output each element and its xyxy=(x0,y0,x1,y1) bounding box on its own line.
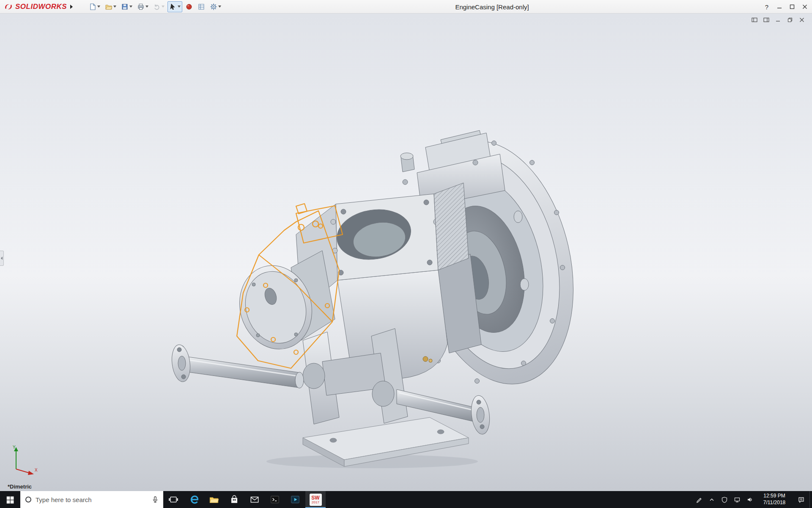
chevron-up-icon xyxy=(708,496,715,503)
action-center-button[interactable] xyxy=(793,491,809,508)
dropdown-caret-icon xyxy=(97,6,100,8)
new-document-button[interactable] xyxy=(87,1,102,12)
close-button[interactable] xyxy=(798,0,811,13)
notification-icon xyxy=(798,496,805,503)
store-button[interactable] xyxy=(224,491,244,508)
chevron-right-icon xyxy=(70,4,73,9)
taskbar-clock[interactable]: 12:59 PM 7/11/2018 xyxy=(756,491,793,508)
doc-restore-button[interactable] xyxy=(786,16,794,23)
dock-pane-button[interactable] xyxy=(750,16,759,23)
system-tray: 12:59 PM 7/11/2018 xyxy=(693,491,812,508)
edge-button[interactable] xyxy=(184,491,204,508)
windows-logo-icon xyxy=(5,495,15,504)
titlebar: SOLIDWORKS xyxy=(0,0,812,14)
terminal-icon xyxy=(269,494,280,505)
network-button[interactable] xyxy=(731,491,743,508)
dropdown-caret-icon xyxy=(113,6,116,8)
chevron-left-icon xyxy=(1,257,3,260)
restore-icon xyxy=(787,17,793,22)
print-icon xyxy=(137,3,145,11)
cursor-icon xyxy=(169,3,177,11)
dropdown-caret-icon xyxy=(145,6,148,8)
close-icon xyxy=(799,17,804,22)
gear-icon xyxy=(210,3,217,11)
options-button[interactable] xyxy=(208,1,223,12)
shield-icon xyxy=(721,496,728,503)
pen-icon xyxy=(696,496,702,503)
store-icon xyxy=(229,494,240,505)
dropdown-caret-icon xyxy=(218,6,221,8)
mail-icon xyxy=(249,494,260,505)
triad-x-label: X xyxy=(35,468,38,472)
search-icon xyxy=(25,497,31,502)
display-list-icon xyxy=(198,3,205,11)
save-button[interactable] xyxy=(119,1,134,12)
menu-expand-button[interactable] xyxy=(67,1,76,12)
solidworks-icon-year: 2017 xyxy=(312,501,319,504)
solidworks-app-icon: SW 2017 xyxy=(310,494,322,506)
volume-icon xyxy=(746,496,753,503)
new-document-icon xyxy=(89,3,96,11)
open-folder-icon xyxy=(105,3,112,11)
dropdown-caret-icon xyxy=(129,6,132,8)
search-input[interactable] xyxy=(36,496,147,503)
windows-taskbar: SW 2017 xyxy=(0,491,812,508)
microphone-icon[interactable] xyxy=(151,495,159,504)
pane-icon xyxy=(763,17,769,22)
doc-minimize-button[interactable] xyxy=(774,16,782,23)
panel-expand-tab[interactable] xyxy=(0,251,4,266)
minimize-button[interactable] xyxy=(773,0,786,13)
edge-icon xyxy=(188,494,199,505)
clock-date: 7/11/2018 xyxy=(763,500,786,506)
windows-ink-button[interactable] xyxy=(693,491,705,508)
solidworks-icon-letters: SW xyxy=(311,495,319,500)
undo-icon xyxy=(153,3,161,11)
file-explorer-button[interactable] xyxy=(204,491,224,508)
orientation-triad: Y X xyxy=(9,444,40,478)
dock-pane-icon xyxy=(752,17,757,22)
taskbar-search[interactable] xyxy=(20,491,163,508)
appearance-sphere-icon xyxy=(185,3,193,11)
minimize-icon xyxy=(776,17,781,22)
file-explorer-icon xyxy=(208,494,219,505)
show-desktop-button[interactable] xyxy=(809,491,812,508)
document-window-controls xyxy=(750,16,806,23)
help-button[interactable]: ? xyxy=(760,0,773,13)
brand-text: SOLIDWORKS xyxy=(15,3,67,11)
triad-icon: Y X xyxy=(9,444,40,477)
appearances-button[interactable] xyxy=(184,1,195,12)
task-view-icon xyxy=(168,494,178,505)
start-button[interactable] xyxy=(0,491,20,508)
hidden-icons-button[interactable] xyxy=(705,491,718,508)
maximize-button[interactable] xyxy=(786,0,798,13)
triad-y-label: Y xyxy=(13,445,16,450)
maximize-icon xyxy=(790,4,795,9)
volume-button[interactable] xyxy=(743,491,756,508)
dropdown-caret-icon xyxy=(162,6,165,8)
ds-logo-icon xyxy=(3,3,14,11)
window-controls: ? xyxy=(760,0,811,14)
clock-time: 12:59 PM xyxy=(763,493,785,500)
media-app-icon xyxy=(290,494,301,505)
doc-close-button[interactable] xyxy=(798,16,806,23)
terminal-button[interactable] xyxy=(265,491,285,508)
close-icon xyxy=(802,4,807,9)
pane-button[interactable] xyxy=(762,16,771,23)
open-button[interactable] xyxy=(103,1,118,12)
display-settings-button[interactable] xyxy=(196,1,207,12)
defender-button[interactable] xyxy=(718,491,731,508)
document-title: EngineCasing [Read-only] xyxy=(455,0,529,14)
mail-button[interactable] xyxy=(244,491,265,508)
undo-button[interactable] xyxy=(151,1,166,12)
model-viewport[interactable]: Y X *Dimetric xyxy=(0,14,812,491)
solidworks-logo: SOLIDWORKS xyxy=(0,0,67,13)
minimize-icon xyxy=(777,4,782,9)
save-icon xyxy=(121,3,129,11)
print-button[interactable] xyxy=(135,1,150,12)
main-toolbar xyxy=(87,1,223,12)
media-app-button[interactable] xyxy=(285,491,305,508)
select-tool-button[interactable] xyxy=(167,1,182,12)
solidworks-taskbar-button[interactable]: SW 2017 xyxy=(305,491,326,508)
task-view-button[interactable] xyxy=(163,491,184,508)
view-orientation-label: *Dimetric xyxy=(8,483,32,490)
